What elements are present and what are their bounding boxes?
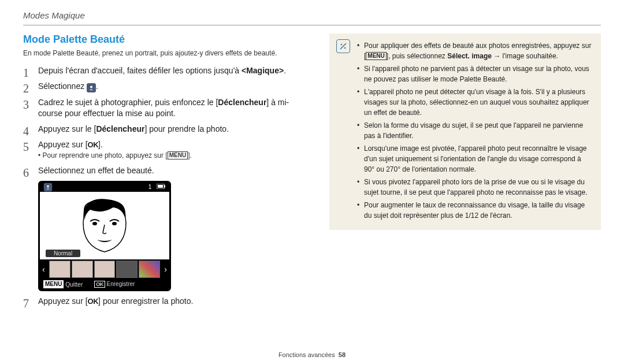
step-3: 3 Cadrez le sujet à photographier, puis … <box>23 97 312 119</box>
step-5-a: Appuyez sur [ <box>38 140 88 149</box>
info-item: Pour augmenter le taux de reconnaissance… <box>357 200 593 221</box>
svg-rect-3 <box>158 185 163 188</box>
step-2-text: Sélectionnez <box>38 81 87 91</box>
beauty-mode-icon <box>87 83 96 92</box>
chevron-left-icon: ‹ <box>42 265 48 274</box>
camera-preview: 1 <box>38 181 171 291</box>
menu-icon: MENU <box>366 52 386 60</box>
filmstrip-thumb <box>139 261 160 278</box>
step-2: 2 Sélectionnez . <box>23 81 312 92</box>
step-4-c: ] pour prendre la photo. <box>144 124 229 133</box>
filmstrip-thumb <box>72 261 93 278</box>
svg-rect-4 <box>164 185 165 188</box>
filmstrip: ‹ › <box>40 259 169 279</box>
preview-count: 1 <box>148 184 152 190</box>
breadcrumb: Modes Magique <box>23 10 601 20</box>
section-title: Mode Palette Beauté <box>23 34 312 46</box>
ok-icon: OK <box>88 140 99 150</box>
info-item: Pour appliquer des effets de beauté aux … <box>357 40 593 61</box>
step-3-a: Cadrez le sujet à photographier, puis en… <box>38 98 218 107</box>
filmstrip-thumb <box>49 261 70 278</box>
step-3-btn: Déclencheur <box>218 98 266 107</box>
info-item: L'appareil photo ne peut détecter qu'un … <box>357 87 593 118</box>
page-footer: Fonctions avancées 58 <box>0 351 624 358</box>
svg-point-6 <box>112 222 117 225</box>
svg-point-7 <box>341 44 343 46</box>
step-7-a: Appuyez sur [ <box>38 296 88 306</box>
info-item: Lorsqu'une image est pivotée, l'appareil… <box>357 143 593 174</box>
step-4-btn: Déclencheur <box>96 124 144 133</box>
svg-point-8 <box>344 47 346 49</box>
step-7-c: ] pour enregistrer la photo. <box>98 296 193 306</box>
preview-quit-label: Quitter <box>65 281 83 288</box>
step-4-a: Appuyez sur le [ <box>38 124 96 133</box>
step-1: 1 Depuis l'écran d'accueil, faites défil… <box>23 65 312 76</box>
step-6-text: Sélectionnez un effet de beauté. <box>38 166 154 175</box>
beauty-mode-icon <box>44 183 52 191</box>
footer-label: Fonctions avancées <box>278 351 335 358</box>
face-illustration <box>79 197 131 255</box>
info-icon <box>336 39 350 53</box>
preview-effect-label: Normal <box>46 250 80 257</box>
step-1-target: <Magique> <box>242 66 284 75</box>
chevron-right-icon: › <box>161 265 167 274</box>
step-5-sub-a: Pour reprendre une photo, appuyez sur [ <box>43 151 168 159</box>
svg-point-1 <box>47 185 49 187</box>
step-4: 4 Appuyez sur le [Déclencheur] pour pren… <box>23 124 312 135</box>
step-5-c: ]. <box>98 140 103 149</box>
step-5-sub-c: ]. <box>188 151 192 159</box>
info-item: Si vous pivotez l'appareil photo lors de… <box>357 177 593 198</box>
page-number: 58 <box>339 351 346 358</box>
info-box: Pour appliquer des effets de beauté aux … <box>329 34 601 230</box>
divider <box>23 25 601 25</box>
preview-save-label: Enregistrer <box>107 281 135 287</box>
filmstrip-thumb <box>116 261 138 278</box>
filmstrip-thumb <box>94 261 116 278</box>
ok-icon: OK <box>94 281 105 288</box>
menu-icon: MENU <box>43 280 64 288</box>
menu-icon: MENU <box>168 151 188 159</box>
info-item: Selon la forme du visage du sujet, il se… <box>357 120 593 141</box>
step-6: 6 Sélectionnez un effet de beauté. <box>23 165 312 176</box>
svg-point-0 <box>90 86 92 88</box>
info-item: Si l'appareil photo ne parvient pas à dé… <box>357 64 593 84</box>
step-7: 7 Appuyez sur [OK] pour enregistrer la p… <box>23 296 312 307</box>
section-intro: En mode Palette Beauté, prenez un portra… <box>23 49 312 57</box>
ok-icon: OK <box>88 296 99 307</box>
step-1-text: Depuis l'écran d'accueil, faites défiler… <box>38 66 242 75</box>
battery-icon <box>157 184 166 190</box>
step-5: 5 Appuyez sur [OK]. Pour reprendre une p… <box>23 139 312 161</box>
svg-point-5 <box>92 222 97 225</box>
